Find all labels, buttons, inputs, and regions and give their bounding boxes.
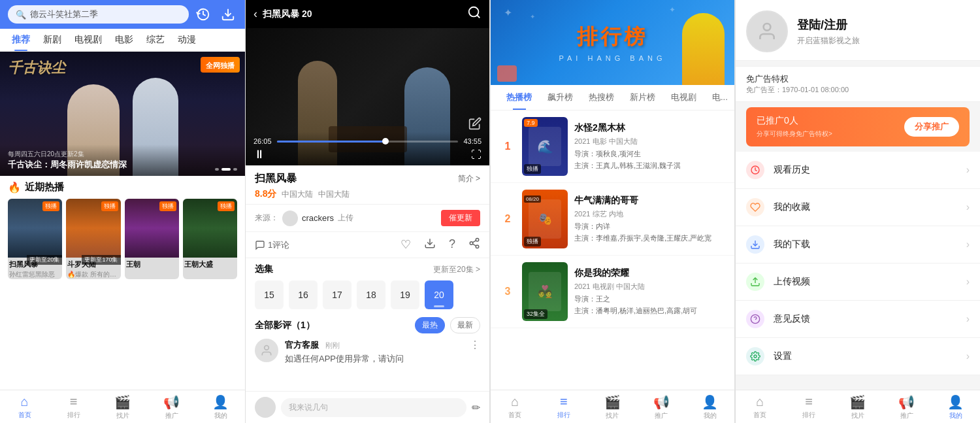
tab-tv[interactable]: 电视剧	[68, 29, 108, 51]
hero-banner[interactable]: 千古诀尘 全网独播 每周四五六日20点更新2集 千古诀尘：周冬雨许凯虚恋情深	[0, 52, 245, 176]
card-1-badge: 独播	[42, 201, 59, 211]
video-header-icon[interactable]	[467, 5, 482, 23]
rank-nav-find[interactable]: 🎬 找片	[588, 394, 637, 420]
home-nav-me[interactable]: 👤 我的	[196, 394, 245, 420]
episode-16[interactable]: 16	[289, 280, 318, 309]
card-2-desc: 🔥爆款 所有的风景都不及你	[66, 270, 120, 279]
rank-nav-me[interactable]: 👤 我的	[685, 394, 734, 420]
rank-director-3: 导演：王之	[574, 294, 725, 304]
card-1[interactable]: 独播 更新至20集 扫黑风暴 孙红雷惩黑除恶	[8, 199, 62, 279]
profile-me-icon: 👤	[947, 394, 964, 410]
rank-tab-rising[interactable]: 飙升榜	[540, 85, 581, 110]
progress-dot	[382, 138, 389, 144]
download-action-icon[interactable]	[424, 237, 436, 252]
episode-18[interactable]: 18	[357, 280, 385, 309]
rank-tab-search[interactable]: 热搜榜	[581, 85, 622, 110]
share-button[interactable]: 分享推广	[904, 117, 959, 137]
search-input-container[interactable]: 🔍 德云斗笑社第二季	[8, 5, 189, 24]
card-4[interactable]: 独播 王朝大盛	[183, 199, 237, 279]
rank-details-3: 你是我的荣耀 2021 电视剧 中国大陆 导演：王之 主演：潘粤明,杨洋,迪丽热…	[574, 267, 725, 316]
menu-label-upload: 上传视频	[774, 276, 957, 288]
rank-nav-home-label: 首页	[508, 411, 521, 420]
fullscreen-button[interactable]: ⛶	[471, 149, 482, 161]
comment-count[interactable]: 1评论	[255, 239, 289, 251]
menu-item-settings[interactable]: 设置 ›	[736, 338, 980, 375]
tab-variety[interactable]: 综艺	[140, 29, 171, 51]
rank-tab-new[interactable]: 新片榜	[622, 85, 663, 110]
tab-newest[interactable]: 最新	[450, 317, 480, 333]
help-icon[interactable]: ?	[449, 237, 455, 252]
episodes-more[interactable]: 更新至20集 >	[433, 264, 480, 275]
video-edit-icon[interactable]	[468, 117, 482, 133]
comment-box[interactable]: 我来说几句	[281, 398, 466, 417]
pause-button[interactable]: ⏸	[253, 148, 265, 161]
ad-free-content: 免广告特权 免广告至：1970-01-01 08:00:00	[746, 73, 849, 95]
video-progress[interactable]: 26:05 43:55	[253, 137, 482, 145]
download-icon[interactable]	[219, 5, 237, 24]
rank-item-2[interactable]: 2 🎭 独播 08/20 牛气满满的哥哥 2021 综艺 内地 导演：内详 主演…	[491, 183, 734, 256]
fire-icon: 🔥	[8, 181, 21, 194]
profile-nav-find[interactable]: 🎬 找片	[834, 394, 883, 420]
panel-ranking: 排行榜 PAI HANG BANG ✦ ✦ ✦ 热播榜 飙升榜 热搜榜 新片榜 …	[490, 0, 735, 423]
rank-tab-hot[interactable]: 热播榜	[498, 85, 540, 110]
profile-find-icon: 🎬	[849, 394, 866, 410]
menu-item-download[interactable]: 我的下载 ›	[736, 226, 980, 263]
video-controls: 26:05 43:55 ⏸ ⛶	[246, 132, 489, 165]
profile-nav-me[interactable]: 👤 我的	[931, 394, 980, 420]
tab-anime[interactable]: 动漫	[171, 29, 203, 51]
edit-icon[interactable]: ✏	[472, 401, 480, 414]
menu-item-history[interactable]: 观看历史 ›	[736, 152, 980, 189]
episode-20[interactable]: 20	[425, 280, 453, 309]
share-action-icon[interactable]	[468, 237, 480, 252]
home-nav-home-label: 首页	[18, 411, 31, 420]
rank-meta-3: 2021 电视剧 中国大陆	[574, 282, 725, 292]
card-3[interactable]: 独播 王朝	[125, 199, 179, 279]
rank-nav-promo[interactable]: 📢 推广	[637, 394, 686, 420]
home-nav-find[interactable]: 🎬 找片	[98, 394, 147, 420]
update-button[interactable]: 催更新	[441, 210, 480, 226]
current-time: 26:05	[253, 137, 272, 145]
progress-bar[interactable]	[277, 141, 459, 143]
search-query: 德云斗笑社第二季	[30, 8, 98, 20]
rank-item-3[interactable]: 3 💑 32集全 你是我的荣耀 2021 电视剧 中国大陆 导演：王之 主演：潘…	[491, 256, 734, 328]
rank-tab-tv[interactable]: 电视剧	[663, 85, 704, 110]
intro-button[interactable]: 简介 >	[458, 173, 480, 184]
card-4-badge: 独播	[218, 201, 235, 211]
back-button[interactable]: ‹	[253, 7, 257, 21]
history-icon[interactable]	[194, 5, 212, 24]
playing-indicator	[434, 305, 444, 307]
home-nav-promo[interactable]: 📢 推广	[147, 394, 196, 420]
home-nav-home[interactable]: ⌂ 首页	[0, 394, 49, 420]
tab-recommended[interactable]: 推荐	[5, 29, 37, 51]
card-2[interactable]: 独播 更新至170集 斗罗大陆 🔥爆款 所有的风景都不及你	[66, 199, 120, 279]
review-more-icon[interactable]: ⋮	[470, 339, 480, 365]
tab-new-drama[interactable]: 新剧	[37, 29, 68, 51]
menu-item-collect[interactable]: 我的收藏 ›	[736, 189, 980, 226]
profile-nav-home[interactable]: ⌂ 首页	[736, 394, 785, 420]
rank-banner: 排行榜 PAI HANG BANG ✦ ✦ ✦	[491, 0, 734, 85]
panel-home: 🔍 德云斗笑社第二季 推荐 新剧 电视剧 电影 综艺 动漫 千古诀尘	[0, 0, 245, 423]
profile-info: 登陆/注册 开启蓝猫影视之旅	[797, 17, 970, 46]
tab-hottest[interactable]: 最热	[415, 317, 445, 333]
progress-fill	[277, 141, 386, 143]
rank-nav-home[interactable]: ⌂ 首页	[491, 394, 540, 420]
menu-item-feedback[interactable]: 意见反馈 ›	[736, 301, 980, 338]
menu-item-upload[interactable]: 上传视频 ›	[736, 263, 980, 301]
profile-nav-promo[interactable]: 📢 推广	[882, 394, 931, 420]
like-icon[interactable]: ♡	[400, 237, 411, 252]
rank-cn-title: 排行榜	[559, 23, 666, 52]
card-2-update: 更新至170集	[82, 255, 120, 265]
rank-bottom-nav: ⌂ 首页 ≡ 排行 🎬 找片 📢 推广 👤 我的	[491, 390, 734, 423]
episode-19[interactable]: 19	[391, 280, 419, 309]
rank-tab-more[interactable]: 电...	[704, 85, 734, 110]
episode-15[interactable]: 15	[255, 280, 284, 309]
tab-movie[interactable]: 电影	[108, 29, 140, 51]
episode-17[interactable]: 17	[323, 280, 351, 309]
profile-nav-rank[interactable]: ≡ 排行	[785, 394, 834, 420]
home-nav-rank[interactable]: ≡ 排行	[49, 394, 98, 420]
rank-item-1[interactable]: 1 🌊 独播 7.9 水怪2黑木林 2021 电影 中国大陆 导演：项秋良,项河…	[491, 110, 734, 183]
uploader-name: crackers	[302, 213, 334, 223]
video-player[interactable]: 26:05 43:55 ⏸ ⛶	[246, 28, 489, 165]
rank-nav-rank[interactable]: ≡ 排行	[540, 394, 589, 420]
exclusive-badge: 全网独播	[201, 57, 240, 73]
